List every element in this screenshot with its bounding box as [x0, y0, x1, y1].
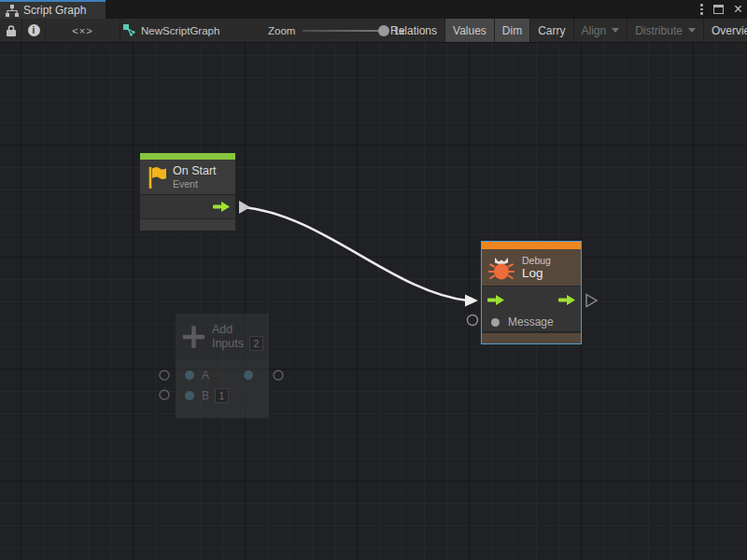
- info-button[interactable]: i: [22, 19, 46, 42]
- script-graph-asset-icon: [123, 24, 135, 36]
- flow-input-port[interactable]: [487, 295, 504, 305]
- port-a-row: A: [176, 365, 269, 385]
- align-dropdown[interactable]: Align: [574, 19, 628, 42]
- on-start-body: [140, 194, 235, 219]
- info-icon: i: [28, 24, 40, 36]
- message-port-row: Message: [482, 311, 581, 333]
- debug-accent-bar: [482, 242, 581, 249]
- port-b-label: B: [202, 389, 209, 402]
- toolbar-buttons: Relations Values Dim Carry Align Distrib…: [383, 19, 747, 42]
- window-controls: ×: [700, 0, 742, 19]
- carry-button[interactable]: Carry: [530, 19, 573, 42]
- graph-name-label: NewScriptGraph: [141, 25, 219, 36]
- node-subtitle: Event: [173, 178, 217, 189]
- distribute-dropdown[interactable]: Distribute: [627, 19, 704, 42]
- node-title: Add: [212, 323, 263, 336]
- align-label: Align: [582, 24, 607, 37]
- graph-canvas[interactable]: [0, 43, 747, 560]
- carry-label: Carry: [538, 24, 565, 37]
- add-titles: Add Inputs 2: [212, 323, 263, 351]
- maximize-icon[interactable]: [713, 5, 724, 14]
- on-start-footer: [140, 219, 235, 231]
- toolbar-left-group: i <×>: [0, 19, 120, 42]
- sum-output-port[interactable]: [244, 371, 253, 380]
- graph-reference[interactable]: NewScriptGraph: [123, 19, 219, 42]
- relations-label: Relations: [390, 24, 437, 37]
- flow-port-row: [482, 288, 581, 311]
- inputs-label: Inputs: [212, 337, 244, 350]
- node-category: Debug: [522, 255, 551, 266]
- node-title: On Start: [173, 164, 217, 177]
- dim-label: Dim: [502, 24, 522, 37]
- tab-bar: Script Graph ×: [0, 0, 747, 19]
- event-accent-bar: [140, 153, 235, 160]
- debug-log-header: Debug Log: [482, 249, 581, 286]
- message-value-port[interactable]: [491, 318, 500, 327]
- zoom-label: Zoom: [268, 25, 295, 36]
- node-title: Log: [522, 266, 551, 281]
- values-button[interactable]: Values: [445, 19, 495, 42]
- port-a-label: A: [202, 369, 209, 382]
- lock-button[interactable]: [0, 19, 22, 42]
- dim-button[interactable]: Dim: [495, 19, 530, 42]
- tab-label: Script Graph: [23, 4, 86, 17]
- on-start-header: On Start Event: [140, 160, 235, 194]
- plus-icon: [181, 323, 206, 351]
- graph-hierarchy-icon: [6, 5, 19, 17]
- a-value-port[interactable]: [185, 371, 194, 380]
- overview-label: Overview: [712, 24, 747, 37]
- script-graph-window: Script Graph × i <×>: [0, 0, 747, 560]
- graph-toolbar: i <×> NewScriptGraph Zoom 1x Rel: [0, 19, 747, 43]
- bug-icon: [487, 255, 515, 281]
- b-value-field[interactable]: 1: [215, 388, 229, 403]
- flow-output-port[interactable]: [558, 295, 575, 305]
- lock-icon: [6, 24, 17, 37]
- code-preview-button[interactable]: <×>: [46, 19, 120, 42]
- port-b-row: B 1: [176, 385, 269, 406]
- node-add-ghost[interactable]: Add Inputs 2 A B 1: [176, 314, 269, 418]
- debug-log-body: Message: [482, 286, 581, 332]
- code-icon: <×>: [72, 25, 92, 36]
- message-port-label: Message: [508, 315, 554, 329]
- chevron-down-icon: [612, 28, 619, 33]
- overview-button[interactable]: Overview: [704, 19, 747, 42]
- add-header: Add Inputs 2: [176, 314, 269, 360]
- flow-output-port[interactable]: [213, 202, 230, 212]
- zoom-slider[interactable]: [303, 30, 385, 32]
- debug-log-titles: Debug Log: [522, 255, 551, 281]
- chevron-down-icon: [688, 28, 696, 33]
- b-value-port[interactable]: [185, 391, 194, 400]
- inputs-count-field[interactable]: 2: [249, 336, 263, 351]
- node-debug-log[interactable]: Debug Log Message: [481, 241, 582, 344]
- more-menu-icon[interactable]: [700, 4, 703, 15]
- debug-log-footer: [482, 332, 581, 343]
- flag-icon: [146, 165, 166, 189]
- relations-button[interactable]: Relations: [383, 19, 445, 42]
- close-icon[interactable]: ×: [734, 2, 742, 17]
- on-start-titles: On Start Event: [173, 164, 217, 189]
- node-on-start[interactable]: On Start Event: [139, 152, 236, 231]
- add-body: A B 1: [176, 360, 269, 418]
- tab-script-graph[interactable]: Script Graph: [0, 0, 106, 19]
- values-label: Values: [453, 24, 486, 37]
- distribute-label: Distribute: [635, 24, 683, 37]
